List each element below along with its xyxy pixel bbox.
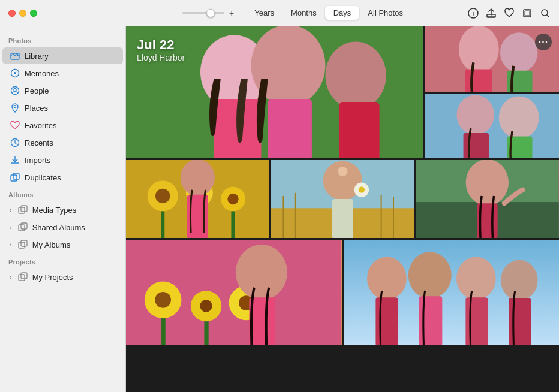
- photo-cell-5[interactable]: [271, 160, 414, 238]
- svg-point-43: [155, 189, 170, 203]
- svg-rect-88: [509, 298, 531, 345]
- zoom-slider-thumb[interactable]: [206, 9, 215, 17]
- svg-rect-17: [21, 206, 27, 212]
- info-icon[interactable]: i: [468, 8, 479, 19]
- svg-rect-86: [465, 297, 488, 345]
- sidebar-item-media-types[interactable]: › Media Types: [2, 201, 123, 218]
- sidebar-item-imports-label: Imports: [25, 156, 50, 165]
- svg-point-37: [456, 95, 494, 135]
- sidebar-item-library-label: Library: [25, 52, 49, 61]
- sidebar-item-duplicates-label: Duplicates: [25, 173, 61, 182]
- svg-rect-38: [463, 132, 488, 158]
- photo-location: Lloyd Harbor: [137, 53, 185, 62]
- svg-point-77: [236, 245, 287, 300]
- svg-point-85: [456, 257, 495, 300]
- svg-point-87: [500, 260, 537, 301]
- sidebar-item-shared-albums[interactable]: › Shared Albums: [2, 219, 123, 236]
- grid-row-1: Jul 22 Lloyd Harbor: [126, 26, 559, 158]
- share-icon[interactable]: [486, 8, 497, 19]
- svg-point-61: [338, 167, 347, 176]
- photo-date: Jul 22: [137, 37, 185, 53]
- sidebar-item-recents[interactable]: Recents: [2, 134, 123, 151]
- sidebar-item-media-types-label: Media Types: [32, 206, 76, 215]
- sidebar-item-favorites[interactable]: Favorites: [2, 117, 123, 134]
- favorites-icon: [10, 120, 20, 131]
- tab-days[interactable]: Days: [325, 6, 360, 20]
- crop-icon[interactable]: [522, 8, 533, 19]
- toolbar-center: + Years Months Days All Photos: [126, 6, 468, 20]
- photo-cell-main[interactable]: Jul 22 Lloyd Harbor: [126, 26, 423, 158]
- sidebar-item-imports[interactable]: Imports: [2, 152, 123, 168]
- svg-rect-14: [11, 175, 17, 181]
- svg-rect-48: [161, 211, 164, 238]
- duplicates-icon: [10, 172, 20, 183]
- svg-rect-50: [231, 211, 235, 238]
- recents-icon: [10, 137, 20, 148]
- sidebar-item-shared-albums-label: Shared Albums: [32, 223, 85, 232]
- svg-rect-60: [332, 199, 353, 238]
- search-icon[interactable]: [540, 8, 551, 19]
- photo-cell-4[interactable]: [126, 160, 269, 238]
- expand-arrow-my-projects: ›: [10, 273, 12, 281]
- sidebar-item-library[interactable]: Library: [2, 47, 123, 64]
- svg-point-72: [200, 300, 212, 312]
- sidebar-item-places[interactable]: Places: [2, 99, 123, 116]
- sidebar-item-people[interactable]: People: [2, 82, 123, 99]
- photo-cell-6[interactable]: [416, 160, 559, 238]
- svg-rect-28: [268, 99, 312, 158]
- photo-cell-8[interactable]: [344, 240, 560, 345]
- svg-point-11: [14, 88, 16, 91]
- sidebar-item-my-projects-label: My Projects: [32, 273, 73, 282]
- svg-point-51: [181, 160, 215, 196]
- photo-cell-3[interactable]: [425, 94, 559, 159]
- close-button[interactable]: [8, 10, 16, 17]
- svg-point-81: [367, 257, 407, 300]
- sidebar-item-recents-label: Recents: [25, 138, 53, 147]
- places-icon: [10, 102, 20, 113]
- svg-point-34: [500, 32, 537, 73]
- minimize-button[interactable]: [19, 10, 26, 17]
- maximize-button[interactable]: [30, 10, 37, 17]
- svg-point-29: [325, 41, 386, 109]
- sidebar-item-duplicates[interactable]: Duplicates: [2, 169, 123, 186]
- zoom-slider-track[interactable]: [182, 12, 224, 14]
- svg-point-63: [359, 187, 365, 193]
- svg-rect-33: [465, 70, 492, 92]
- svg-rect-21: [21, 240, 27, 246]
- svg-point-47: [227, 194, 238, 204]
- sidebar-section-projects: Projects: [0, 254, 125, 268]
- tab-months[interactable]: Months: [282, 6, 325, 20]
- tab-all-photos[interactable]: All Photos: [359, 6, 411, 20]
- sidebar-section-photos: Photos: [0, 32, 125, 47]
- svg-point-70: [155, 292, 171, 308]
- sidebar-item-my-albums[interactable]: › My Albums: [2, 236, 123, 253]
- photo-cell-7[interactable]: [126, 240, 342, 345]
- svg-text:i: i: [473, 10, 474, 17]
- svg-rect-30: [339, 102, 380, 158]
- svg-rect-15: [13, 173, 19, 179]
- svg-rect-23: [21, 273, 27, 279]
- library-icon: [10, 50, 20, 61]
- svg-rect-84: [419, 296, 442, 345]
- svg-rect-20: [19, 242, 25, 248]
- sidebar-item-places-label: Places: [25, 104, 48, 113]
- sidebar-item-my-projects[interactable]: › My Projects: [2, 269, 123, 285]
- svg-point-39: [499, 96, 539, 138]
- sidebar-item-memories[interactable]: Memories: [2, 65, 123, 82]
- heart-icon[interactable]: [504, 8, 515, 19]
- svg-point-7: [17, 55, 18, 56]
- svg-point-32: [459, 26, 499, 73]
- imports-icon: [10, 155, 20, 165]
- sidebar-section-albums: Albums: [0, 186, 125, 201]
- expand-arrow-shared-albums: ›: [10, 224, 12, 231]
- expand-arrow-media-types: ›: [10, 206, 12, 213]
- svg-point-83: [408, 252, 451, 298]
- media-types-icon: [17, 204, 28, 215]
- more-options-button[interactable]: ···: [535, 34, 552, 50]
- grid-row-3: [126, 240, 559, 345]
- expand-arrow-my-albums: ›: [10, 241, 12, 248]
- photo-cell-2[interactable]: ···: [425, 26, 559, 92]
- svg-rect-16: [19, 207, 25, 213]
- tab-years[interactable]: Years: [246, 6, 282, 20]
- zoom-plus-icon[interactable]: +: [229, 8, 234, 18]
